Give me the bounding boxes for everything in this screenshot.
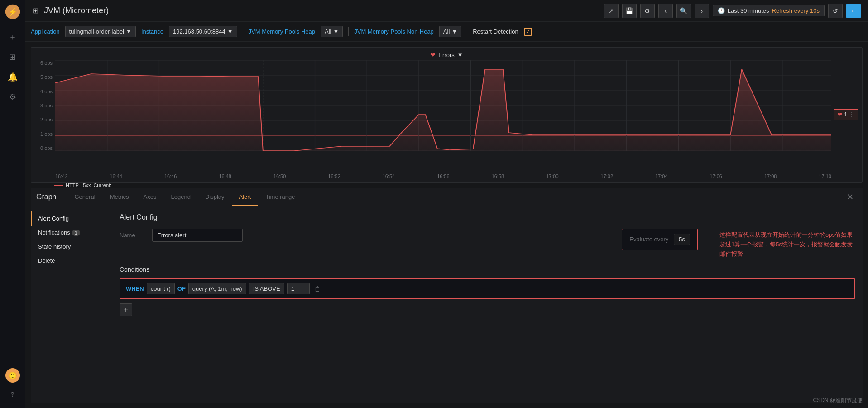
- content-area: ❤ Errors ▼ 6 ops 5 ops 4 ops 3 ops 2 ops…: [25, 42, 868, 408]
- tab-display[interactable]: Display: [198, 189, 232, 206]
- alert-section-title: Alert Config: [120, 213, 855, 221]
- restart-detection-checkbox[interactable]: ✓: [524, 28, 532, 36]
- back-button[interactable]: ←: [846, 4, 861, 18]
- conditions-title: Conditions: [120, 266, 855, 273]
- evaluate-value: 5s: [674, 234, 690, 245]
- x-label-1644: 16:44: [110, 173, 122, 179]
- prev-button[interactable]: ‹: [658, 4, 673, 18]
- badge-heart-icon: ❤: [838, 111, 842, 118]
- settings-button[interactable]: ⚙: [640, 4, 655, 18]
- zoom-button[interactable]: 🔍: [676, 4, 691, 18]
- y-label-4ops: 4 ops: [40, 89, 53, 94]
- instance-label: Instance: [141, 28, 163, 35]
- chart-legend: HTTP - 5xx Current:: [31, 182, 862, 189]
- application-label: Application: [31, 28, 60, 35]
- chart-dropdown-icon[interactable]: ▼: [457, 52, 463, 58]
- sidebar-add-icon[interactable]: ＋: [4, 28, 22, 46]
- alert-annotation: 这样配置代表从现在开始统计前一分钟的ops值如果超过1算一个报警，每5s统计一次…: [719, 229, 855, 259]
- instance-select[interactable]: 192.168.50.60:8844 ▼: [169, 26, 237, 37]
- cond-delete-button[interactable]: 🗑: [314, 285, 321, 293]
- badge-value: 1: [844, 111, 847, 118]
- instance-value: 192.168.50.60:8844: [173, 28, 225, 35]
- x-label-1650: 16:50: [273, 173, 286, 179]
- jvm-nonheap-select[interactable]: All ▼: [439, 26, 461, 37]
- y-label-2ops: 2 ops: [40, 117, 53, 122]
- svg-text:⚡: ⚡: [8, 7, 18, 17]
- dashboard-toolbar: Application tulingmall-order-label ▼ Ins…: [25, 22, 868, 42]
- topbar: ⊞ JVM (Micrometer) ↗ 💾 ⚙ ‹ 🔍 › 🕐 Last 30…: [25, 0, 868, 22]
- sidebar-help-icon[interactable]: ?: [4, 385, 22, 403]
- clock-icon: 🕐: [718, 7, 725, 14]
- tab-legend[interactable]: Legend: [164, 189, 198, 206]
- time-selector[interactable]: 🕐 Last 30 minutes Refresh every 10s: [713, 5, 825, 16]
- avatar[interactable]: 🙂: [5, 368, 20, 383]
- legend-current: Current:: [93, 182, 111, 188]
- grafana-logo[interactable]: ⚡: [5, 4, 21, 20]
- add-condition-button[interactable]: ＋: [120, 303, 132, 316]
- y-label-0ops: 0 ops: [40, 145, 53, 151]
- notifications-badge: 1: [72, 230, 80, 236]
- watermark: CSDN @渔阳节度使: [813, 397, 863, 404]
- sidebar-item-notifications[interactable]: Notifications 1: [31, 226, 112, 240]
- alert-panel: Alert Config Notifications 1 State histo…: [31, 206, 863, 403]
- share-button[interactable]: ↗: [604, 4, 619, 18]
- tab-metrics[interactable]: Metrics: [103, 189, 136, 206]
- jvm-heap-select[interactable]: All ▼: [321, 26, 343, 37]
- save-button[interactable]: 💾: [622, 4, 637, 18]
- x-label-1702: 17:02: [601, 173, 614, 179]
- top-row-content: Name Evaluate every 5s 这样配置代表从现在开始统计前一分钟…: [120, 229, 855, 259]
- next-button[interactable]: ›: [695, 4, 709, 18]
- divider-3: [467, 27, 467, 36]
- jvm-nonheap-value: All: [443, 28, 450, 35]
- cond-query-select[interactable]: query (A, 1m, now): [188, 283, 246, 294]
- tab-timerange[interactable]: Time range: [258, 189, 302, 206]
- error-dot-icon: ❤: [430, 51, 436, 58]
- jvm-heap-value: All: [325, 28, 331, 35]
- x-label-1648: 16:48: [219, 173, 231, 179]
- tab-alert[interactable]: Alert: [232, 189, 259, 206]
- name-label: Name: [120, 232, 147, 239]
- x-label-1704: 17:04: [655, 173, 668, 179]
- sidebar-settings-icon[interactable]: ⚙: [4, 88, 22, 106]
- chart-series-badge[interactable]: ❤ 1 ⋮: [834, 109, 858, 120]
- sidebar-item-alertconfig[interactable]: Alert Config: [31, 211, 112, 226]
- evaluate-box: Evaluate every 5s: [622, 229, 698, 250]
- graph-label: Graph: [36, 188, 63, 206]
- y-label-3ops: 3 ops: [40, 103, 53, 108]
- cond-of: OF: [177, 285, 186, 292]
- y-label-1ops: 1 ops: [40, 131, 53, 137]
- cond-func-select[interactable]: count (): [147, 283, 175, 294]
- close-panel-button[interactable]: ✕: [843, 188, 857, 206]
- sidebar-dashboard-icon[interactable]: ⊞: [4, 48, 22, 66]
- x-label-1654: 16:54: [383, 173, 395, 179]
- x-label-1646: 16:46: [164, 173, 177, 179]
- refresh-button[interactable]: ↺: [828, 4, 843, 18]
- cond-value-input[interactable]: [287, 283, 310, 294]
- application-value: tulingmall-order-label: [69, 28, 124, 35]
- legend-line-icon: [54, 185, 63, 186]
- x-label-1700: 17:00: [546, 173, 559, 179]
- x-label-1710: 17:10: [819, 173, 831, 179]
- tab-axes[interactable]: Axes: [136, 189, 164, 206]
- tab-general[interactable]: General: [67, 189, 102, 206]
- chart-panel: ❤ Errors ▼ 6 ops 5 ops 4 ops 3 ops 2 ops…: [31, 47, 863, 183]
- topbar-actions: ↗ 💾 ⚙ ‹ 🔍 › 🕐 Last 30 minutes Refresh ev…: [604, 4, 861, 18]
- sidebar-bell-icon[interactable]: 🔔: [4, 68, 22, 86]
- alert-config-label: Alert Config: [38, 215, 69, 222]
- name-input[interactable]: [152, 229, 243, 242]
- chart-title-text: Errors: [438, 52, 454, 58]
- jvm-heap-label: JVM Memory Pools Heap: [249, 28, 315, 35]
- refresh-label[interactable]: Refresh every 10s: [772, 7, 820, 14]
- sidebar-item-delete[interactable]: Delete: [31, 254, 112, 268]
- application-select[interactable]: tulingmall-order-label ▼: [65, 26, 136, 37]
- sidebar-item-statehistory[interactable]: State history: [31, 240, 112, 254]
- grid-icon: ⊞: [33, 6, 38, 15]
- x-label-1658: 16:58: [492, 173, 504, 179]
- x-label-1652: 16:52: [328, 173, 340, 179]
- instance-chevron: ▼: [227, 28, 233, 35]
- x-label-1642: 16:42: [55, 173, 68, 179]
- graph-tabs-bar: Graph General Metrics Axes Legend Displa…: [31, 188, 863, 206]
- cond-comparator-select[interactable]: IS ABOVE: [249, 283, 284, 294]
- legend-label: HTTP - 5xx: [66, 182, 91, 188]
- dashboard-title: JVM (Micrometer): [44, 6, 600, 15]
